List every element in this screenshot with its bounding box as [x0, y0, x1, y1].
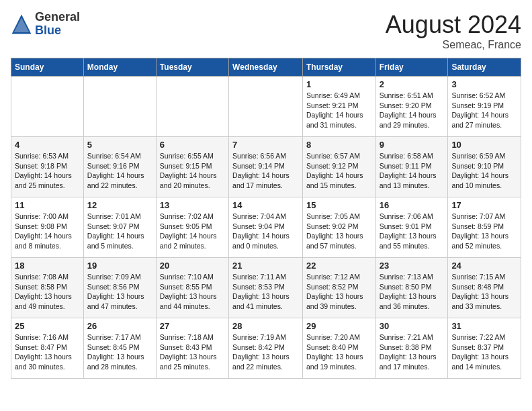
day-number: 18 [15, 261, 80, 271]
day-number: 19 [87, 261, 152, 271]
day-info: Sunrise: 7:17 AM Sunset: 8:45 PM Dayligh… [87, 332, 152, 372]
day-info: Sunrise: 7:11 AM Sunset: 8:53 PM Dayligh… [232, 272, 299, 312]
day-info: Sunrise: 6:55 AM Sunset: 9:15 PM Dayligh… [160, 151, 225, 191]
day-info: Sunrise: 7:15 AM Sunset: 8:48 PM Dayligh… [451, 272, 517, 312]
day-number: 14 [232, 200, 299, 210]
table-row: 22Sunrise: 7:12 AM Sunset: 8:52 PM Dayli… [302, 258, 375, 318]
day-info: Sunrise: 6:58 AM Sunset: 9:11 PM Dayligh… [380, 151, 445, 191]
day-info: Sunrise: 6:54 AM Sunset: 9:16 PM Dayligh… [87, 151, 152, 191]
table-row: 20Sunrise: 7:10 AM Sunset: 8:55 PM Dayli… [156, 258, 228, 318]
table-row: 27Sunrise: 7:18 AM Sunset: 8:43 PM Dayli… [156, 318, 228, 379]
logo-icon [11, 13, 32, 35]
day-number: 27 [160, 321, 225, 331]
day-number: 26 [87, 321, 152, 331]
logo-general: General [35, 11, 80, 24]
table-row: 19Sunrise: 7:09 AM Sunset: 8:56 PM Dayli… [83, 258, 156, 318]
table-row: 18Sunrise: 7:08 AM Sunset: 8:58 PM Dayli… [11, 258, 84, 318]
day-number: 22 [306, 261, 372, 271]
table-row: 2Sunrise: 6:51 AM Sunset: 9:20 PM Daylig… [375, 77, 448, 137]
day-number: 28 [232, 321, 299, 331]
day-number: 29 [306, 321, 372, 331]
calendar-week-row: 18Sunrise: 7:08 AM Sunset: 8:58 PM Dayli… [11, 258, 521, 318]
table-row: 25Sunrise: 7:16 AM Sunset: 8:47 PM Dayli… [11, 318, 84, 379]
day-number: 24 [451, 261, 517, 271]
svg-marker-1 [14, 17, 29, 32]
month-year: August 2024 [386, 11, 521, 39]
day-info: Sunrise: 6:57 AM Sunset: 9:12 PM Dayligh… [306, 151, 372, 191]
day-info: Sunrise: 7:04 AM Sunset: 9:04 PM Dayligh… [232, 212, 299, 251]
day-info: Sunrise: 6:52 AM Sunset: 9:19 PM Dayligh… [451, 91, 517, 130]
day-info: Sunrise: 6:53 AM Sunset: 9:18 PM Dayligh… [15, 151, 80, 191]
table-row: 29Sunrise: 7:20 AM Sunset: 8:40 PM Dayli… [302, 318, 375, 379]
day-number: 13 [160, 200, 225, 210]
day-info: Sunrise: 7:16 AM Sunset: 8:47 PM Dayligh… [15, 332, 80, 372]
day-number: 21 [232, 261, 299, 271]
day-info: Sunrise: 7:22 AM Sunset: 8:37 PM Dayligh… [451, 332, 517, 372]
table-row: 30Sunrise: 7:21 AM Sunset: 8:38 PM Dayli… [375, 318, 448, 379]
calendar-table: Sunday Monday Tuesday Wednesday Thursday… [11, 58, 521, 379]
calendar-week-row: 1Sunrise: 6:49 AM Sunset: 9:21 PM Daylig… [11, 77, 521, 137]
table-row: 31Sunrise: 7:22 AM Sunset: 8:37 PM Dayli… [448, 318, 521, 379]
table-row [83, 77, 156, 137]
table-row: 4Sunrise: 6:53 AM Sunset: 9:18 PM Daylig… [11, 137, 84, 197]
table-row: 23Sunrise: 7:13 AM Sunset: 8:50 PM Dayli… [375, 258, 448, 318]
day-info: Sunrise: 7:05 AM Sunset: 9:02 PM Dayligh… [306, 212, 372, 251]
day-number: 5 [87, 140, 152, 150]
table-row: 10Sunrise: 6:59 AM Sunset: 9:10 PM Dayli… [448, 137, 521, 197]
day-info: Sunrise: 7:18 AM Sunset: 8:43 PM Dayligh… [160, 332, 225, 372]
day-number: 25 [15, 321, 80, 331]
table-row: 16Sunrise: 7:06 AM Sunset: 9:01 PM Dayli… [375, 197, 448, 258]
day-info: Sunrise: 7:06 AM Sunset: 9:01 PM Dayligh… [380, 212, 445, 251]
day-number: 15 [306, 200, 372, 210]
logo: General Blue [11, 11, 80, 38]
logo-text: General Blue [35, 11, 80, 38]
day-info: Sunrise: 6:51 AM Sunset: 9:20 PM Dayligh… [380, 91, 445, 130]
table-row: 28Sunrise: 7:19 AM Sunset: 8:42 PM Dayli… [229, 318, 303, 379]
day-info: Sunrise: 6:59 AM Sunset: 9:10 PM Dayligh… [451, 151, 517, 191]
day-number: 16 [380, 200, 445, 210]
day-info: Sunrise: 7:08 AM Sunset: 8:58 PM Dayligh… [15, 272, 80, 312]
day-number: 2 [380, 79, 445, 89]
day-info: Sunrise: 7:19 AM Sunset: 8:42 PM Dayligh… [232, 332, 299, 372]
table-row [156, 77, 228, 137]
day-number: 6 [160, 140, 225, 150]
day-number: 8 [306, 140, 372, 150]
calendar-week-row: 4Sunrise: 6:53 AM Sunset: 9:18 PM Daylig… [11, 137, 521, 197]
location: Semeac, France [386, 39, 521, 51]
day-info: Sunrise: 7:02 AM Sunset: 9:05 PM Dayligh… [160, 212, 225, 251]
calendar-week-row: 11Sunrise: 7:00 AM Sunset: 9:08 PM Dayli… [11, 197, 521, 258]
day-info: Sunrise: 7:00 AM Sunset: 9:08 PM Dayligh… [15, 212, 80, 251]
day-info: Sunrise: 7:10 AM Sunset: 8:55 PM Dayligh… [160, 272, 225, 312]
table-row: 6Sunrise: 6:55 AM Sunset: 9:15 PM Daylig… [156, 137, 228, 197]
day-number: 30 [380, 321, 445, 331]
day-number: 4 [15, 140, 80, 150]
day-number: 7 [232, 140, 299, 150]
col-saturday: Saturday [448, 58, 521, 77]
table-row: 11Sunrise: 7:00 AM Sunset: 9:08 PM Dayli… [11, 197, 84, 258]
table-row: 12Sunrise: 7:01 AM Sunset: 9:07 PM Dayli… [83, 197, 156, 258]
day-info: Sunrise: 7:12 AM Sunset: 8:52 PM Dayligh… [306, 272, 372, 312]
day-number: 31 [451, 321, 517, 331]
day-number: 9 [380, 140, 445, 150]
page-header: General Blue August 2024 Semeac, France [11, 11, 521, 51]
table-row: 9Sunrise: 6:58 AM Sunset: 9:11 PM Daylig… [375, 137, 448, 197]
day-number: 20 [160, 261, 225, 271]
col-sunday: Sunday [11, 58, 84, 77]
calendar-header-row: Sunday Monday Tuesday Wednesday Thursday… [11, 58, 521, 77]
day-number: 1 [306, 79, 372, 89]
table-row: 17Sunrise: 7:07 AM Sunset: 8:59 PM Dayli… [448, 197, 521, 258]
table-row: 3Sunrise: 6:52 AM Sunset: 9:19 PM Daylig… [448, 77, 521, 137]
table-row: 8Sunrise: 6:57 AM Sunset: 9:12 PM Daylig… [302, 137, 375, 197]
day-info: Sunrise: 7:01 AM Sunset: 9:07 PM Dayligh… [87, 212, 152, 251]
table-row: 7Sunrise: 6:56 AM Sunset: 9:14 PM Daylig… [229, 137, 303, 197]
logo-blue: Blue [35, 24, 80, 38]
day-number: 12 [87, 200, 152, 210]
day-number: 17 [451, 200, 517, 210]
col-friday: Friday [375, 58, 448, 77]
table-row [229, 77, 303, 137]
table-row: 26Sunrise: 7:17 AM Sunset: 8:45 PM Dayli… [83, 318, 156, 379]
table-row [11, 77, 84, 137]
day-info: Sunrise: 6:49 AM Sunset: 9:21 PM Dayligh… [306, 91, 372, 130]
table-row: 15Sunrise: 7:05 AM Sunset: 9:02 PM Dayli… [302, 197, 375, 258]
table-row: 13Sunrise: 7:02 AM Sunset: 9:05 PM Dayli… [156, 197, 228, 258]
